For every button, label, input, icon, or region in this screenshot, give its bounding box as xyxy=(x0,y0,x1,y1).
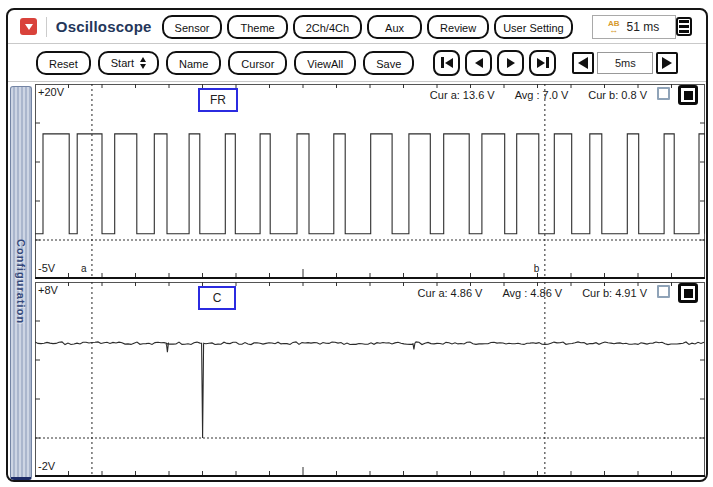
channel-label-box[interactable]: FR xyxy=(198,88,238,112)
sidebar-tab-label: Configuration xyxy=(15,239,27,324)
theme-button[interactable]: Theme xyxy=(227,15,287,39)
cursor-b-readout: Cur b: 0.8 V xyxy=(588,89,647,101)
channel-visibility-checkbox[interactable] xyxy=(657,285,670,298)
dropdown-triangle-icon xyxy=(25,24,33,30)
y-min-label: -5V xyxy=(38,262,55,274)
channel-mode-button[interactable]: 2Ch/4Ch xyxy=(293,15,362,39)
avg-readout: Avg : 4.86 V xyxy=(502,287,562,299)
name-button[interactable]: Name xyxy=(166,51,221,75)
y-max-label: +8V xyxy=(38,284,58,296)
step-back-button[interactable] xyxy=(465,50,492,76)
app-logo-icon[interactable] xyxy=(20,18,37,35)
timebase-decrease-button[interactable] xyxy=(572,52,594,74)
app-title: Oscilloscope xyxy=(56,18,152,35)
start-button[interactable]: Start xyxy=(98,51,159,75)
cursor-a-readout: Cur a: 13.6 V xyxy=(430,89,495,101)
skip-to-end-icon xyxy=(537,57,549,68)
channel-active-checkbox[interactable] xyxy=(678,283,698,303)
timebase-value[interactable]: 5ms xyxy=(597,52,653,74)
menu-icon[interactable] xyxy=(676,17,692,36)
cursor-b-readout: Cur b: 4.91 V xyxy=(582,287,647,299)
y-max-label: +20V xyxy=(38,86,64,98)
cursor-b-label: b xyxy=(534,263,540,274)
measure-time-display: AB ↔ 51 ms xyxy=(592,15,676,39)
user-setting-button[interactable]: User Setting xyxy=(494,15,573,39)
control-toolbar: Reset Start Name Cursor ViewAll Save 5ms xyxy=(8,44,706,82)
cursor-a-label: a xyxy=(81,263,87,274)
play-forward-button[interactable] xyxy=(497,50,524,76)
measure-time-value: 51 ms xyxy=(627,20,660,34)
channel-panel-c: +8V -2V C Cur a: 4.86 V Avg : 4.86 V Cur… xyxy=(35,282,705,477)
sensor-button[interactable]: Sensor xyxy=(162,15,223,39)
y-min-label: -2V xyxy=(38,460,55,472)
cursor-a-readout: Cur a: 4.86 V xyxy=(418,287,483,299)
channel-label: FR xyxy=(210,93,226,107)
measurement-readouts: Cur a: 13.6 V Avg : 7.0 V Cur b: 0.8 V xyxy=(430,89,647,101)
right-arrow-icon xyxy=(662,57,672,69)
channel-label-box[interactable]: C xyxy=(198,286,236,310)
timebase-increase-button[interactable] xyxy=(656,52,678,74)
skip-to-end-button[interactable] xyxy=(529,50,556,76)
skip-to-start-icon xyxy=(441,57,453,68)
reset-button[interactable]: Reset xyxy=(36,51,91,75)
channel-visibility-checkbox[interactable] xyxy=(657,87,670,100)
step-back-icon xyxy=(475,58,483,68)
top-toolbar: Oscilloscope Sensor Theme 2Ch/4Ch Aux Re… xyxy=(8,10,706,44)
aux-button[interactable]: Aux xyxy=(367,15,422,39)
channel-active-checkbox[interactable] xyxy=(678,85,698,105)
save-button[interactable]: Save xyxy=(363,51,414,75)
left-arrow-icon xyxy=(578,57,588,69)
playback-controls xyxy=(433,50,556,76)
play-forward-icon xyxy=(507,58,515,68)
divider xyxy=(46,17,47,37)
channel-panel-fr: +20V -5V FR Cur a: 13.6 V Avg : 7.0 V Cu… xyxy=(35,84,705,279)
measure-ab-icon: AB ↔ xyxy=(608,20,620,34)
cursor-button[interactable]: Cursor xyxy=(228,51,287,75)
review-button[interactable]: Review xyxy=(427,15,489,39)
timebase-control: 5ms xyxy=(572,52,678,74)
avg-readout: Avg : 7.0 V xyxy=(515,89,569,101)
spinner-updown-icon xyxy=(140,57,146,69)
sidebar-tab-configuration[interactable]: Configuration xyxy=(10,86,32,480)
measurement-readouts: Cur a: 4.86 V Avg : 4.86 V Cur b: 4.91 V xyxy=(418,287,647,299)
viewall-button[interactable]: ViewAll xyxy=(294,51,356,75)
skip-to-start-button[interactable] xyxy=(433,50,460,76)
oscilloscope-window: Oscilloscope Sensor Theme 2Ch/4Ch Aux Re… xyxy=(6,8,708,482)
channel-label: C xyxy=(213,291,222,305)
